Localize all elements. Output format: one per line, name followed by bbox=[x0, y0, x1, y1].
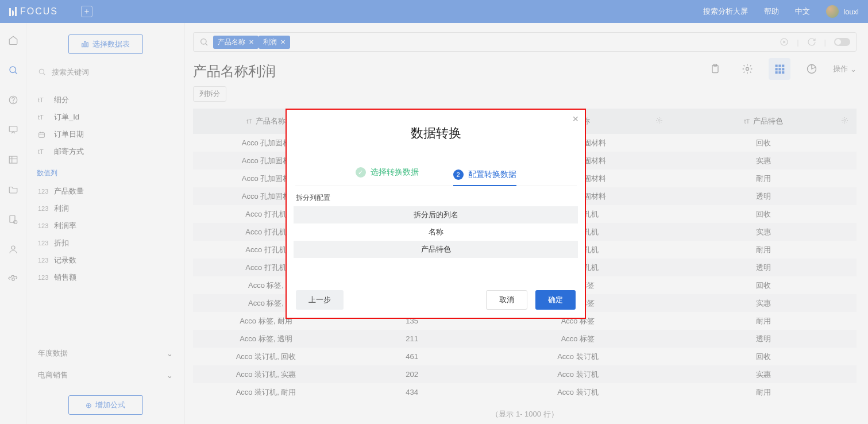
data-transform-modal: ✕ 数据转换 ✓ 选择转换数据 2 配置转换数据 拆分列配置 拆分后的列名 名称… bbox=[286, 109, 586, 319]
cancel-button[interactable]: 取消 bbox=[486, 290, 527, 310]
step-1[interactable]: ✓ 选择转换数据 bbox=[356, 167, 419, 181]
modal-title: 数据转换 bbox=[287, 125, 585, 142]
step-2[interactable]: 2 配置转换数据 bbox=[453, 167, 516, 186]
config-row-1[interactable]: 名称 bbox=[294, 223, 578, 241]
config-section-label: 拆分列配置 bbox=[296, 193, 576, 203]
confirm-button[interactable]: 确定 bbox=[535, 290, 576, 310]
config-header: 拆分后的列名 bbox=[294, 206, 578, 223]
close-icon[interactable]: ✕ bbox=[572, 114, 579, 124]
check-icon: ✓ bbox=[356, 167, 366, 178]
config-row-2[interactable]: 产品特色 bbox=[294, 241, 578, 258]
prev-step-button[interactable]: 上一步 bbox=[296, 290, 344, 310]
